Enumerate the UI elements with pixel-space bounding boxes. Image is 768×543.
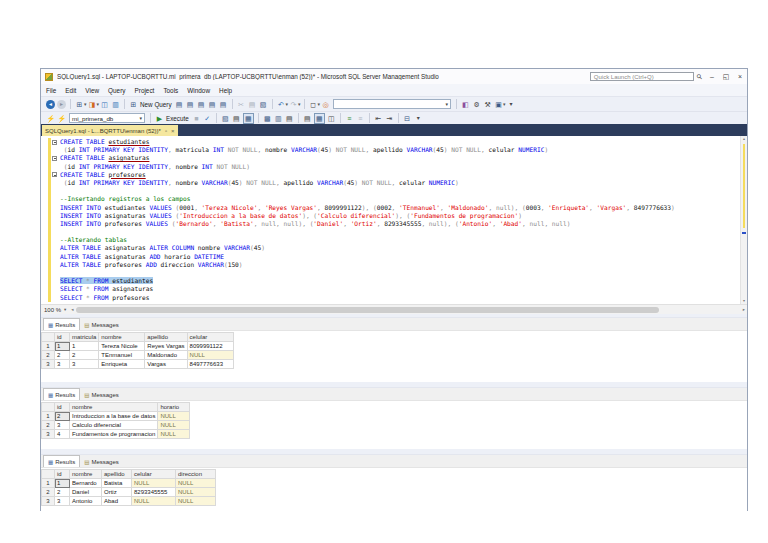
code-line[interactable]: INSERT INTO asignaturas VALUES ('Introdu… [60,212,739,220]
grid-cell[interactable]: 2 [55,412,70,421]
grid-column-header[interactable]: apellido [102,470,132,479]
grid-column-header[interactable]: horario [158,403,190,412]
object-explorer-dropdown-icon[interactable]: ▾ [503,101,506,107]
scroll-right-icon[interactable]: ▸ [741,307,747,312]
registered-servers-icon[interactable]: ◧ [461,99,470,110]
results-tab[interactable]: ▦ Results [43,318,80,330]
results-tab[interactable]: ▦ Results [43,455,80,467]
menu-tools[interactable]: Tools [163,87,178,94]
comment-selection-icon[interactable]: ≡ [345,113,354,124]
decrease-indent-icon[interactable]: ⇤ [374,113,383,124]
navigate-forward-icon[interactable]: ► [57,100,66,109]
code-line[interactable] [60,269,739,277]
grid-cell[interactable]: Introduccion a la base de datos [70,412,158,421]
grid-cell[interactable]: Maldonado [145,351,187,360]
horizontal-scroll-thumb[interactable] [76,307,660,313]
grid-cell[interactable]: 3 [55,360,70,369]
results-tab[interactable]: ▦ Results [43,388,80,400]
code-line[interactable]: SELECT * FROM profesores [60,294,739,302]
grid-cell[interactable]: Antonio [70,497,102,506]
menu-view[interactable]: View [85,87,99,94]
grid-cell[interactable]: NULL [176,497,216,506]
paste-icon[interactable]: ▧ [259,99,268,110]
row-number-cell[interactable]: 1 [42,479,55,488]
restore-button[interactable]: ◱ [719,69,733,84]
messages-tab[interactable]: ▤ Messages [80,456,123,467]
grid-corner-cell[interactable] [42,470,55,479]
change-connection-icon[interactable]: ⚡ [57,113,66,124]
execute-button[interactable]: Execute [166,115,189,122]
results-grid[interactable]: idnombrehorario12Introduccion a la base … [41,402,190,439]
grid-cell[interactable]: Fundamentos de programacion [70,430,158,439]
undo-icon[interactable]: ↶ [277,99,286,110]
copy-icon[interactable]: ▤ [248,99,257,110]
grid-cell[interactable]: NULL [132,479,176,488]
new-file-icon[interactable]: ⊞ [75,99,84,110]
undo-dropdown-icon[interactable]: ▾ [286,101,289,107]
increase-indent-icon[interactable]: ⇥ [385,113,394,124]
cut-icon[interactable]: ✂ [237,99,246,110]
row-number-cell[interactable]: 3 [42,360,55,369]
messages-tab[interactable]: ▤ Messages [80,319,123,330]
toolbar-overflow-icon[interactable]: ▾ [507,99,516,110]
code-line[interactable]: --Insertando registros a los campos [60,195,739,203]
row-number-cell[interactable]: 2 [42,488,55,497]
row-number-cell[interactable]: 3 [42,497,55,506]
grid-cell[interactable]: NULL [158,412,190,421]
results-to-grid-toggle-icon[interactable]: ▦ [314,113,325,124]
search-icon[interactable]: ⚲ [695,72,704,81]
fold-collapse-icon[interactable] [52,172,57,177]
grid-cell[interactable]: 3 [55,497,70,506]
grid-cell[interactable]: 8099991122 [187,342,233,351]
results-to-text-icon[interactable]: ▤ [303,113,312,124]
code-line[interactable]: (id INT PRIMARY KEY IDENTITY, nombre INT… [60,163,739,171]
connect-icon[interactable]: ⚡ [46,113,55,124]
code-line[interactable]: INSERT INTO estudiantes VALUES (0001, 'T… [60,204,739,212]
grid-column-header[interactable]: celular [187,333,233,342]
results-grid[interactable]: idnombreapellidocelulardireccion11Bernar… [41,469,216,506]
new-sqlcmd-query-icon[interactable]: ▤ [219,99,228,110]
grid-corner-cell[interactable] [42,403,55,412]
grid-cell[interactable]: Tereza Nicole [99,342,145,351]
grid-column-header[interactable]: celular [132,470,176,479]
editor-toolbar-overflow-icon[interactable]: ▾ [414,113,423,124]
grid-cell[interactable]: TEnmanuel [99,351,145,360]
code-line[interactable]: SELECT * FROM asignaturas [60,285,739,293]
quick-launch-input[interactable]: Quick Launch (Ctrl+Q) [590,72,694,81]
document-tab-active[interactable]: SQLQuery1.sql - L...BQRTTU\enman (52))* … [42,125,178,136]
messages-tab[interactable]: ▤ Messages [80,389,123,400]
open-file-icon[interactable]: ◨ [88,99,97,110]
grid-cell[interactable]: 3 [70,360,99,369]
new-xmla-query-icon[interactable]: ▤ [208,99,217,110]
grid-column-header[interactable]: nombre [70,470,102,479]
scroll-up-icon[interactable]: ▴ [741,136,747,142]
zoom-control[interactable]: 100 % ▾ [41,307,69,313]
grid-cell[interactable]: NULL [158,430,190,439]
grid-corner-cell[interactable] [42,333,55,342]
editor-vertical-scrollbar[interactable]: ▴ ▾ [740,136,747,304]
grid-cell[interactable]: Calculo diferencial [70,421,158,430]
code-line[interactable]: (id INT PRIMARY KEY IDENTITY, matricula … [60,146,739,154]
code-line[interactable]: ALTER TABLE asignaturas ALTER COLUMN nom… [60,244,739,252]
redo-dropdown-icon[interactable]: ▾ [298,101,301,107]
code-line[interactable]: (id INT PRIMARY KEY IDENTITY, nombre VAR… [60,179,739,187]
find-icon[interactable]: ◎ [321,99,330,110]
grid-column-header[interactable]: apellido [145,333,187,342]
row-number-cell[interactable]: 2 [42,351,55,360]
results-grid[interactable]: idmatriculanombreapellidocelular111Terez… [41,332,234,369]
code-line[interactable] [60,228,739,236]
grid-cell[interactable]: NULL [158,421,190,430]
code-line[interactable]: ALTER TABLE profesores ADD direccion VAR… [60,261,739,269]
sql-editor[interactable]: CREATE TABLE estudiantes (id INT PRIMARY… [41,136,747,304]
code-line[interactable]: SELECT * FROM estudiantes [60,277,739,285]
grid-column-header[interactable]: nombre [99,333,145,342]
pin-tab-icon[interactable]: ▫ [165,128,167,134]
code-line[interactable]: INSERT INTO profesores VALUES ('Bernardo… [60,220,739,228]
cancel-query-icon[interactable]: ■ [192,113,201,124]
code-line[interactable]: CREATE TABLE asignaturas [60,154,739,162]
selection-tool-icon[interactable]: ◻ [309,99,318,110]
grid-cell[interactable]: 2 [55,488,70,497]
find-combobox[interactable]: ▾ [333,99,451,109]
grid-cell[interactable]: 8293345555 [132,488,176,497]
grid-cell[interactable]: Vargas [145,360,187,369]
